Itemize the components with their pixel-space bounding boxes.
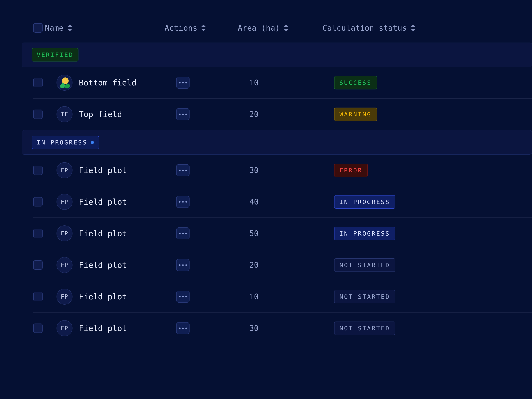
table-row[interactable]: FP Field plot 30 NOT STARTED (33, 313, 532, 344)
row-area: 10 (249, 292, 334, 301)
status-badge: IN PROGRESS (334, 195, 395, 209)
row-actions-button[interactable] (176, 77, 190, 89)
table-header: Name Actions Area (ha) Calculation statu… (22, 23, 532, 43)
column-area-label: Area (ha) (238, 23, 280, 32)
name-cell: TF Top field (57, 106, 176, 122)
avatar-initials: FP (61, 167, 68, 174)
table-row[interactable]: FP Field plot 50 IN PROGRESS (33, 218, 532, 249)
leaf-icon (57, 75, 72, 90)
row-actions-button[interactable] (176, 228, 190, 239)
column-actions-label: Actions (165, 23, 197, 32)
group-header[interactable]: IN PROGRESS (22, 130, 532, 155)
row-area: 30 (249, 324, 334, 333)
name-cell: FP Field plot (57, 257, 176, 273)
avatar-initials: TF (61, 111, 68, 118)
status-dot-icon (91, 141, 94, 144)
column-status[interactable]: Calculation status (323, 23, 532, 32)
row-actions-button[interactable] (176, 164, 190, 176)
column-status-label: Calculation status (323, 23, 407, 32)
status-badge: WARNING (334, 108, 377, 121)
row-actions-button[interactable] (176, 108, 190, 120)
row-name: Field plot (79, 165, 127, 175)
status-badge: SUCCESS (334, 76, 377, 89)
row-checkbox[interactable] (33, 110, 43, 119)
row-actions-button[interactable] (176, 196, 190, 208)
row-name: Field plot (79, 197, 127, 207)
group-label: IN PROGRESS (37, 139, 87, 146)
column-name-label: Name (45, 23, 64, 32)
row-name: Field plot (79, 292, 127, 301)
name-cell: FP Field plot (57, 225, 176, 241)
column-actions[interactable]: Actions (165, 23, 238, 32)
row-checkbox[interactable] (33, 292, 43, 301)
sort-icon (201, 25, 206, 31)
group-label: VERIFIED (37, 51, 74, 58)
sort-icon (411, 25, 415, 31)
table-row[interactable]: TF Top field 20 WARNING (33, 99, 532, 130)
row-name: Field plot (79, 229, 127, 238)
group-tag: VERIFIED (32, 48, 78, 62)
row-checkbox[interactable] (33, 165, 43, 175)
row-avatar: FP (57, 289, 72, 304)
row-avatar: FP (57, 194, 72, 210)
select-all-checkbox[interactable] (33, 23, 43, 32)
sort-icon (68, 25, 72, 31)
table-row[interactable]: FP Field plot 30 ERROR (33, 155, 532, 186)
avatar-initials: FP (61, 325, 68, 331)
row-area: 20 (249, 110, 334, 119)
status-badge: IN PROGRESS (334, 227, 395, 240)
row-actions-button[interactable] (176, 291, 190, 303)
name-cell: FP Field plot (57, 289, 176, 304)
sort-icon (284, 25, 288, 31)
avatar-initials: FP (61, 262, 68, 268)
row-checkbox[interactable] (33, 260, 43, 270)
row-area: 30 (249, 166, 334, 175)
row-area: 50 (249, 229, 334, 238)
row-checkbox[interactable] (33, 197, 43, 207)
row-avatar: TF (57, 106, 72, 122)
group-tag: IN PROGRESS (32, 136, 99, 149)
group-header[interactable]: VERIFIED (22, 43, 532, 67)
row-avatar (57, 75, 72, 91)
table-row[interactable]: FP Field plot 10 NOT STARTED (33, 281, 532, 313)
status-badge: ERROR (334, 164, 368, 177)
row-area: 20 (249, 260, 334, 270)
row-name: Field plot (79, 323, 127, 333)
row-actions-button[interactable] (176, 259, 190, 271)
row-avatar: FP (57, 257, 72, 273)
avatar-initials: FP (61, 230, 68, 237)
status-badge: NOT STARTED (334, 290, 395, 304)
table-row[interactable]: FP Field plot 40 IN PROGRESS (33, 186, 532, 218)
row-name: Bottom field (79, 78, 137, 87)
row-area: 40 (249, 197, 334, 206)
row-avatar: FP (57, 162, 72, 178)
name-cell: FP Field plot (57, 320, 176, 336)
table-row[interactable]: Bottom field 10 SUCCESS (33, 67, 532, 99)
name-cell: FP Field plot (57, 162, 176, 178)
status-badge: NOT STARTED (334, 258, 395, 272)
status-badge: NOT STARTED (334, 322, 395, 335)
row-actions-button[interactable] (176, 322, 190, 334)
avatar-initials: FP (61, 198, 68, 205)
row-checkbox[interactable] (33, 323, 43, 333)
table-body: VERIFIED Bottom field 10 SUCCESS TF (22, 43, 532, 344)
column-name[interactable]: Name (45, 23, 165, 32)
avatar-initials: FP (61, 293, 68, 300)
row-name: Top field (79, 110, 122, 119)
table: Name Actions Area (ha) Calculation statu… (0, 0, 532, 344)
row-area: 10 (249, 78, 334, 87)
name-cell: Bottom field (57, 75, 176, 91)
column-area[interactable]: Area (ha) (238, 23, 323, 32)
row-checkbox[interactable] (33, 78, 43, 87)
row-checkbox[interactable] (33, 229, 43, 238)
row-avatar: FP (57, 320, 72, 336)
row-name: Field plot (79, 260, 127, 270)
name-cell: FP Field plot (57, 194, 176, 210)
table-row[interactable]: FP Field plot 20 NOT STARTED (33, 249, 532, 281)
row-avatar: FP (57, 225, 72, 241)
